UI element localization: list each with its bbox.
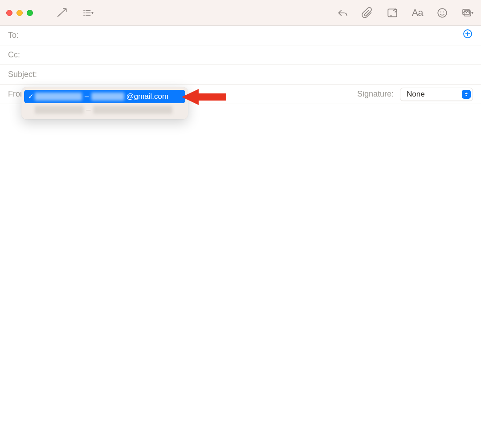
chevron-down-icon: ▾ xyxy=(471,10,473,15)
signature-value: None xyxy=(407,90,425,99)
window-traffic-lights xyxy=(6,10,33,16)
svg-point-2 xyxy=(83,12,85,13)
emoji-icon[interactable] xyxy=(434,4,451,21)
minimize-window-button[interactable] xyxy=(16,10,23,16)
from-account-dropdown: ✓ – @gmail.com – xyxy=(21,87,188,119)
to-row: To: xyxy=(0,26,481,45)
markup-icon[interactable] xyxy=(384,4,401,21)
svg-point-4 xyxy=(83,15,85,16)
reply-icon[interactable] xyxy=(334,4,351,21)
header-list-icon[interactable]: ▾ xyxy=(79,4,96,21)
from-account-visible-suffix: @gmail.com xyxy=(126,92,168,101)
svg-point-9 xyxy=(440,11,441,12)
send-icon[interactable] xyxy=(53,4,70,21)
from-account-option-selected[interactable]: ✓ – @gmail.com xyxy=(24,90,185,103)
cc-row: Cc: xyxy=(0,45,481,65)
select-stepper-icon xyxy=(462,90,471,99)
photos-icon[interactable]: ▾ xyxy=(459,4,476,21)
toolbar-right-group: Aa ▾ xyxy=(334,4,476,21)
zoom-window-button[interactable] xyxy=(27,10,33,16)
titlebar: ▾ Aa ▾ xyxy=(0,0,481,26)
toolbar-left-group: ▾ xyxy=(53,4,96,21)
to-label: To: xyxy=(8,31,19,40)
signature-select[interactable]: None xyxy=(400,88,473,101)
check-icon: ✓ xyxy=(27,93,35,101)
message-body[interactable] xyxy=(0,104,481,416)
svg-point-8 xyxy=(438,8,447,17)
attach-icon[interactable] xyxy=(359,4,376,21)
from-account-option[interactable]: – xyxy=(24,103,185,117)
svg-point-0 xyxy=(83,10,85,11)
subject-row: Subject: xyxy=(0,65,481,85)
svg-point-10 xyxy=(443,11,444,12)
close-window-button[interactable] xyxy=(6,10,12,16)
signature-label: Signature: xyxy=(357,89,394,99)
svg-rect-6 xyxy=(388,9,397,16)
format-icon[interactable]: Aa xyxy=(409,4,426,21)
cc-label: Cc: xyxy=(8,50,20,60)
chevron-down-icon: ▾ xyxy=(91,10,94,15)
add-recipient-icon[interactable] xyxy=(462,28,473,42)
subject-label: Subject: xyxy=(8,70,37,79)
